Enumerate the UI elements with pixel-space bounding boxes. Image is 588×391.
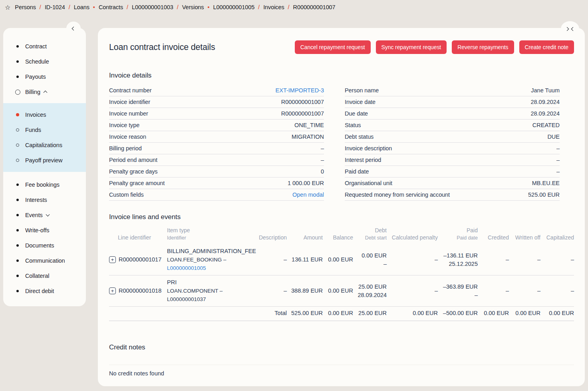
sidebar-item-capitalizations[interactable]: Capitalizations bbox=[3, 138, 86, 153]
sidebar-item-label: Invoices bbox=[25, 112, 46, 118]
invoice-details-heading: Invoice details bbox=[109, 72, 574, 80]
detail-value: CREATED bbox=[532, 122, 560, 128]
breadcrumb-separator: / bbox=[40, 4, 41, 10]
panel-resize-control[interactable] bbox=[561, 21, 579, 36]
detail-value: 1 000.00 EUR bbox=[288, 180, 324, 186]
column-header-amount: Amount bbox=[287, 234, 323, 241]
detail-label: Invoice number bbox=[109, 110, 148, 117]
detail-label: Paid date bbox=[345, 168, 369, 175]
sidebar-item-label: Payoff preview bbox=[25, 157, 62, 164]
detail-value: – bbox=[321, 145, 324, 152]
credit-notes-heading: Credit notes bbox=[109, 343, 574, 351]
detail-row-invoice-type: Invoice typeONE_TIME bbox=[109, 120, 324, 131]
sidebar-item-schedule[interactable]: Schedule bbox=[3, 54, 86, 69]
breadcrumb-separator: / bbox=[69, 4, 70, 10]
bullet-icon bbox=[15, 128, 20, 132]
total-label: Total bbox=[253, 309, 287, 317]
invoice-lines-heading: Invoice lines and events bbox=[109, 213, 574, 221]
sync-repayment-request-button[interactable]: Sync repayment request bbox=[376, 40, 447, 54]
item-identifier: LOAN.FEE_BOOKING – bbox=[167, 255, 253, 264]
sidebar-item-events[interactable]: Events bbox=[3, 207, 86, 223]
sidebar-item-label: Schedule bbox=[25, 58, 49, 65]
sidebar-item-communication[interactable]: Communication bbox=[3, 253, 86, 268]
line-identifier: R000000001018 bbox=[119, 287, 161, 295]
expand-row-icon[interactable]: + bbox=[109, 287, 116, 294]
detail-label: Due date bbox=[345, 110, 368, 117]
breadcrumb-separator: / bbox=[127, 4, 128, 10]
detail-row-invoice-date: Invoice date28.09.2024 bbox=[345, 96, 560, 108]
breadcrumb-item-l000000001005[interactable]: L000000001005 bbox=[213, 4, 255, 10]
breadcrumb-item-l000000001003[interactable]: L000000001003 bbox=[132, 4, 173, 10]
chevron-right-icon bbox=[565, 27, 569, 31]
sidebar-item-write-offs[interactable]: Write-offs bbox=[3, 223, 86, 238]
description-cell: – bbox=[253, 255, 287, 264]
detail-row-penalty-grace-amount: Penalty grace amount1 000.00 EUR bbox=[109, 178, 324, 189]
bullet-icon bbox=[15, 275, 20, 277]
sidebar-item-label: Collateral bbox=[25, 273, 49, 279]
sidebar-item-funds[interactable]: Funds bbox=[3, 122, 86, 138]
detail-row-invoice-number: Invoice numberR000000001007 bbox=[109, 108, 324, 120]
item-identifier-link[interactable]: L000000001005 bbox=[167, 264, 253, 272]
table-row: +R000000001018PRILOAN.COMPONENT –L000000… bbox=[109, 275, 574, 307]
sidebar-item-fee-bookings[interactable]: Fee bookings bbox=[3, 177, 86, 192]
create-credit-note-button[interactable]: Create credit note bbox=[519, 40, 574, 54]
sidebar-item-payoff-preview[interactable]: Payoff preview bbox=[3, 153, 86, 168]
bullet-icon bbox=[15, 199, 20, 201]
detail-row-invoice-identifier: Invoice identifierR000000001007 bbox=[109, 96, 324, 108]
expand-row-icon[interactable]: + bbox=[109, 256, 116, 263]
detail-value-link[interactable]: EXT-IMPORTED-3 bbox=[276, 87, 324, 94]
detail-value-link[interactable]: Open modal bbox=[292, 192, 324, 198]
detail-label: Invoice date bbox=[345, 99, 375, 105]
credit-notes-empty-state: No credit notes found bbox=[109, 365, 574, 377]
chevron-left-icon bbox=[72, 26, 75, 30]
bullet-icon bbox=[15, 60, 20, 63]
invoice-lines-total-row: Total525.00 EUR0.00 EUR25.00 EUR0.00 EUR… bbox=[109, 307, 574, 321]
cancel-repayment-request-button[interactable]: Cancel repayment request bbox=[295, 40, 371, 54]
total-amount: 525.00 EUR bbox=[287, 309, 323, 317]
line-identifier-cell: +R000000001017 bbox=[109, 255, 167, 264]
detail-value: – bbox=[321, 157, 324, 163]
bullet-icon bbox=[15, 144, 20, 147]
balance-cell: 0.00 EUR bbox=[323, 287, 353, 295]
sidebar-item-label: Events bbox=[25, 212, 43, 218]
invoice-details-left-column: Contract numberEXT-IMPORTED-3Invoice ide… bbox=[109, 85, 324, 201]
detail-row-person-name: Person nameJane Tuum bbox=[345, 85, 560, 96]
sidebar-collapse-button[interactable] bbox=[66, 22, 81, 35]
breadcrumb-item-versions[interactable]: Versions bbox=[182, 4, 204, 10]
calculated-penalty-cell: – bbox=[387, 287, 438, 295]
breadcrumb-separator: • bbox=[93, 4, 95, 10]
breadcrumb-item-id-1024[interactable]: ID-1024 bbox=[45, 4, 65, 10]
sidebar-item-contract[interactable]: Contract bbox=[3, 39, 86, 54]
breadcrumb-item-r000000001007[interactable]: R000000001007 bbox=[293, 4, 336, 10]
column-header-identifier: Item typeIdentifier bbox=[167, 227, 253, 241]
favorite-star-icon[interactable]: ☆ bbox=[5, 4, 10, 11]
detail-label: Invoice identifier bbox=[109, 99, 150, 105]
sidebar-item-direct-debit[interactable]: Direct debit bbox=[3, 283, 86, 299]
line-identifier: R000000001017 bbox=[119, 255, 161, 264]
sidebar-item-documents[interactable]: Documents bbox=[3, 238, 86, 253]
detail-label: Contract number bbox=[109, 87, 152, 94]
breadcrumb-item-contracts[interactable]: Contracts bbox=[99, 4, 123, 10]
sidebar-item-label: Capitalizations bbox=[25, 142, 62, 148]
sidebar-item-label: Interests bbox=[25, 197, 47, 203]
breadcrumb-item-invoices[interactable]: Invoices bbox=[263, 4, 284, 10]
breadcrumb-item-persons[interactable]: Persons bbox=[15, 4, 36, 10]
sidebar-item-label: Funds bbox=[25, 127, 41, 133]
description-cell: – bbox=[253, 287, 287, 295]
balance-cell: 0.00 EUR bbox=[323, 255, 353, 264]
sidebar-item-payouts[interactable]: Payouts bbox=[3, 69, 86, 84]
sidebar-item-collateral[interactable]: Collateral bbox=[3, 268, 86, 283]
sidebar-item-interests[interactable]: Interests bbox=[3, 192, 86, 207]
paid-cell: –363.89 EUR– bbox=[438, 283, 478, 299]
detail-value: ONE_TIME bbox=[294, 122, 324, 128]
sidebar-item-label: Payouts bbox=[25, 74, 46, 80]
breadcrumb-item-loans[interactable]: Loans bbox=[74, 4, 89, 10]
reverse-repayments-button[interactable]: Reverse repayments bbox=[452, 40, 514, 54]
bullet-icon bbox=[15, 45, 20, 48]
detail-label: Requested money from servicing account bbox=[345, 192, 450, 198]
detail-value: MB.EU.EE bbox=[532, 180, 560, 186]
sidebar-item-billing[interactable]: Billing bbox=[3, 84, 86, 100]
sidebar-item-invoices[interactable]: Invoices bbox=[3, 107, 86, 122]
column-header-line-identifier: Line identifier bbox=[109, 234, 167, 241]
detail-label: Organisational unit bbox=[345, 180, 392, 186]
